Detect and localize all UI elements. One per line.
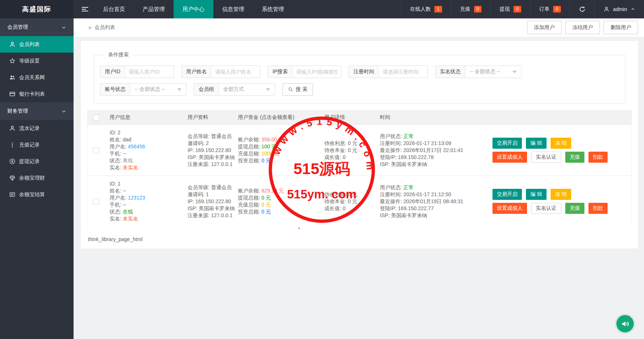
list-icon	[9, 191, 15, 198]
cell-actions: 交易开启 编 辑 冻 结 设置成假人 实名认证 充值 扣款	[492, 138, 631, 163]
recharge-button[interactable]: 充值	[565, 152, 584, 163]
account-status-group: 账号状态 -- 全部状态 --	[100, 83, 186, 96]
search-fieldset: 条件搜索 用户ID 用户姓名 IP搜索 注册时间	[94, 52, 625, 103]
star-icon	[9, 58, 15, 64]
navbar-right: 在线人数 1 充值 0 提现 0 订单 0 admin	[401, 0, 644, 18]
sidebar-item-recharge-records[interactable]: 充值记录	[0, 137, 74, 153]
trade-toggle-button[interactable]: 交易开启	[492, 189, 522, 200]
deduct-button[interactable]: 扣款	[588, 203, 608, 214]
online-status: 在线	[123, 209, 133, 215]
search-icon	[288, 87, 293, 92]
balance-amount-link[interactable]: 358.00 元	[261, 137, 284, 142]
cell-user-info: ID: 1 姓名: -- 用户名: 123123 手机: -- 状态: 在线 实…	[110, 180, 188, 222]
refresh-icon[interactable]	[570, 0, 594, 18]
recharge-count-badge: 0	[474, 6, 482, 13]
cell-user-funds: 账户余额: 358.00 元 提现总额: 100 元 充值总额: 1000 元 …	[238, 136, 324, 164]
freeze-user-button[interactable]: 冻结用户	[565, 21, 600, 34]
chevron-down-icon	[61, 25, 66, 30]
cell-user-profile: 会员等级: 普通会员 邀请码: 2 IP: 169.150.222.80 ISP…	[188, 133, 238, 168]
caret-down-icon	[512, 71, 517, 73]
search-row-2: 账号状态 -- 全部状态 -- 会员组 全部方式	[100, 83, 619, 96]
gem-icon	[9, 175, 15, 181]
tab-system[interactable]: 系统管理	[253, 0, 293, 18]
set-fake-button[interactable]: 设置成假人	[492, 152, 527, 163]
freeze-button[interactable]: 冻 结	[551, 138, 571, 149]
username-link[interactable]: 456456	[128, 144, 145, 149]
freeze-button[interactable]: 冻 结	[551, 189, 571, 200]
register-time-input[interactable]	[379, 66, 427, 78]
row-checkbox[interactable]	[93, 147, 99, 153]
edit-button[interactable]: 编 辑	[526, 138, 547, 149]
withdraw-amount-link[interactable]: 0 元	[261, 195, 271, 201]
stat-withdraw[interactable]: 提现 0	[490, 0, 530, 18]
online-count-badge: 1	[434, 6, 442, 13]
user-name-input[interactable]	[211, 66, 260, 78]
sidebar-item-withdraw-records[interactable]: 提现记录	[0, 153, 74, 170]
sidebar-item-yuebao-settle[interactable]: 余额宝结算	[0, 186, 74, 203]
withdraw-amount-link[interactable]: 100 元	[261, 144, 277, 149]
user-menu[interactable]: admin	[594, 0, 644, 18]
realname-verify-button[interactable]: 实名认证	[531, 152, 561, 163]
bank-card-icon	[9, 91, 15, 98]
member-group-select[interactable]: 全部方式	[219, 84, 275, 95]
sidebar-item-member-network[interactable]: 会员关系网	[0, 69, 74, 86]
balance-amount-link[interactable]: 829.10 元	[261, 188, 284, 194]
cell-user-info: ID: 2 姓名: dad 用户名: 456456 手机: -- 状态: 离线 …	[110, 129, 188, 171]
support-float-button[interactable]	[616, 315, 634, 332]
set-fake-button[interactable]: 设置成假人	[492, 203, 527, 214]
delete-user-button[interactable]: 删除用户	[604, 21, 638, 34]
user-id-input[interactable]	[125, 66, 174, 78]
tab-user-center[interactable]: 用户中心	[174, 0, 213, 18]
trade-toggle-button[interactable]: 交易开启	[492, 138, 522, 149]
edit-button[interactable]: 编 辑	[526, 189, 547, 200]
tab-dashboard[interactable]: 后台首页	[94, 0, 134, 18]
caret-down-icon	[266, 88, 270, 91]
row-checkbox[interactable]	[93, 198, 99, 205]
account-status-select[interactable]: -- 全部状态 --	[130, 84, 186, 95]
select-all-checkbox[interactable]	[93, 114, 99, 121]
realname-status-select[interactable]: -- 全部状态 --	[465, 66, 521, 78]
cell-user-details: 待收利息: 0 元 待收本金: 0 元 成长值: 0	[324, 191, 380, 212]
invest-amount-link[interactable]: 0 元	[261, 158, 271, 163]
content-card: 条件搜索 用户ID 用户姓名 IP搜索 注册时间	[81, 41, 638, 248]
table-header: 用户信息 用户资料 用户资金 (点击金额查看) 用户详情 时间	[88, 110, 631, 124]
sidebar-item-yuebao-invest[interactable]: 余额宝理财	[0, 170, 74, 186]
order-count-badge: 0	[553, 6, 561, 13]
sidebar: 会员管理 会员列表 等级设置 会员关系网 银行卡列表 财务管理	[0, 18, 74, 339]
realname-status-group: 实名状态 -- 全部状态 --	[435, 66, 522, 78]
invest-amount-link[interactable]: 0 元	[261, 209, 271, 215]
add-user-button[interactable]: 添加用户	[527, 21, 562, 34]
page-toolbar: 添加用户 冻结用户 删除用户	[527, 21, 638, 34]
stat-recharge[interactable]: 充值 0	[451, 0, 491, 18]
main-menu: 后台首页 产品管理 用户中心 信息管理 系统管理	[94, 0, 293, 18]
recharge-amount-link[interactable]: 1000 元	[261, 151, 280, 156]
username-link[interactable]: 123123	[128, 195, 145, 201]
main-content: » 会员列表 添加用户 冻结用户 删除用户 条件搜索 用户ID 用户姓名	[74, 18, 644, 248]
sidebar-item-member-list[interactable]: 会员列表	[0, 36, 74, 53]
cell-actions: 交易开启 编 辑 冻 结 设置成假人 实名认证 充值 扣款	[492, 189, 631, 214]
search-button[interactable]: 搜 索	[282, 83, 313, 96]
sidebar-item-flow-records[interactable]: 流水记录	[0, 120, 74, 137]
breadcrumb: » 会员列表	[88, 24, 115, 31]
sidebar-item-bank-cards[interactable]: 银行卡列表	[0, 86, 74, 102]
page-title: 会员列表	[95, 24, 115, 31]
sidebar-group-finance[interactable]: 财务管理	[0, 102, 74, 120]
user-icon	[9, 41, 15, 48]
ip-search-input[interactable]	[292, 66, 341, 78]
deduct-button[interactable]: 扣款	[588, 152, 608, 163]
stat-online-users[interactable]: 在线人数 1	[401, 0, 451, 18]
member-group-group: 会员组 全部方式	[194, 83, 275, 96]
recharge-amount-link[interactable]: 0 元	[261, 202, 271, 208]
search-row-1: 用户ID 用户姓名 IP搜索 注册时间 实名状态	[100, 66, 619, 78]
user-status: 正常	[403, 133, 414, 139]
breadcrumb-arrow: »	[88, 24, 92, 31]
tab-information[interactable]: 信息管理	[213, 0, 253, 18]
recharge-button[interactable]: 充值	[565, 203, 584, 214]
sidebar-toggle-icon[interactable]	[74, 0, 94, 18]
cell-user-funds: 账户余额: 829.10 元 提现总额: 0 元 充值总额: 0 元 投资总额:…	[238, 187, 324, 215]
stat-orders[interactable]: 订单 0	[530, 0, 570, 18]
tab-products[interactable]: 产品管理	[134, 0, 174, 18]
realname-verify-button[interactable]: 实名认证	[531, 203, 561, 214]
sidebar-item-level-settings[interactable]: 等级设置	[0, 53, 74, 69]
sidebar-group-members[interactable]: 会员管理	[0, 18, 74, 36]
